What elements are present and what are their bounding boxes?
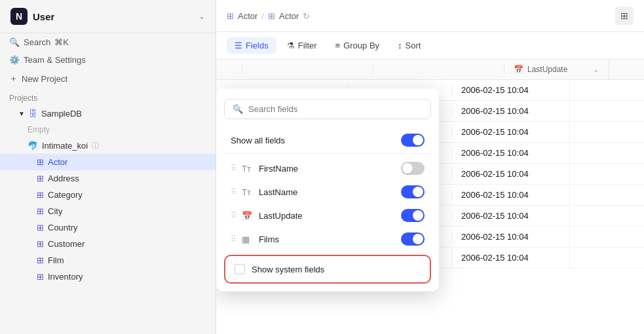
db-small-icon: 🐬: [28, 141, 38, 151]
fields-icon: ☰: [235, 41, 242, 50]
sidebar-item-sampledb[interactable]: ▼ 🗄 SampleDB: [0, 105, 216, 122]
field-type-icon: Tт: [242, 164, 254, 174]
show-all-toggle[interactable]: [401, 134, 425, 147]
field-row-films[interactable]: ⠿ ▦ Films: [224, 227, 431, 251]
project-label: Customer: [48, 239, 85, 249]
group-by-button[interactable]: ≡ Group By: [328, 37, 388, 54]
project-label: City: [48, 206, 62, 216]
team-settings-action[interactable]: ⚙️ Team & Settings: [0, 51, 216, 69]
show-system-fields-row[interactable]: Show system fields: [224, 255, 431, 284]
grid-icon: ⊞: [37, 157, 44, 167]
field-toggle-lastupdate[interactable]: [401, 209, 425, 222]
field-type-icon: ▦: [242, 234, 254, 244]
sidebar-item-category[interactable]: ⊞ Category: [0, 187, 216, 203]
breadcrumb-icon1: ⊞: [227, 11, 234, 21]
project-label: Address: [48, 174, 79, 183]
breadcrumb-sep: /: [261, 11, 264, 21]
main-header: ⊞ Actor / ⊞ Actor ↻ ⊞: [216, 0, 644, 32]
refresh-icon[interactable]: ↻: [303, 11, 310, 21]
cell-date: 2006-02-15 10:04: [452, 164, 570, 184]
sidebar-item-country[interactable]: ⊞ Country: [0, 219, 216, 236]
grid-icon: ⊞: [37, 255, 44, 265]
calendar-icon: 📅: [514, 65, 523, 74]
grid-view-icon: ⊞: [620, 10, 628, 21]
sidebar-header: N User ⌄: [0, 0, 216, 33]
field-name-label: LastUpdate: [259, 211, 396, 221]
field-type-icon: 📅: [242, 211, 254, 221]
toolbar: ☰ Fields ⚗ Filter ≡ Group By ↕ Sort: [216, 32, 644, 60]
breadcrumb-text2: Actor: [279, 11, 299, 21]
project-label: Inventory: [48, 272, 83, 282]
fields-button[interactable]: ☰ Fields: [227, 37, 276, 54]
filter-icon: ⚗: [287, 41, 295, 50]
system-fields-checkbox[interactable]: [235, 264, 245, 274]
app-logo: N: [10, 8, 28, 25]
project-label: SampleDB: [41, 109, 82, 119]
col-header-lastupdate: 📅 LastUpdate ⌄: [504, 60, 609, 79]
breadcrumb-icon2: ⊞: [268, 11, 275, 21]
drag-handle-icon: ⠿: [231, 234, 237, 244]
view-options-button[interactable]: ⊞: [615, 7, 634, 25]
sidebar-item-address[interactable]: ⊞ Address: [0, 170, 216, 187]
info-icon: ⓘ: [92, 141, 99, 151]
field-name-label: Films: [259, 234, 396, 244]
drag-handle-icon: ⠿: [231, 187, 237, 196]
cell-date: 2006-02-15 10:04: [452, 206, 570, 226]
fields-search-input[interactable]: [248, 104, 423, 114]
fields-dropdown: 🔍 Show all fields ⠿ Tт FirstName ⠿ Tт La…: [216, 88, 439, 291]
sidebar-item-actor[interactable]: ⊞ Actor: [0, 154, 216, 170]
project-label: Intimate_koi: [42, 141, 88, 151]
breadcrumb-text1: Actor: [238, 11, 257, 21]
drag-handle-icon: ⠿: [231, 164, 237, 173]
search-icon: 🔍: [9, 37, 20, 47]
field-toggle-films[interactable]: [401, 232, 425, 246]
gear-icon: ⚙️: [9, 55, 20, 65]
sort-button[interactable]: ↕ Sort: [390, 37, 428, 54]
db-icon: 🗄: [29, 109, 37, 119]
table-area: 📅 LastUpdate ⌄ 2006-02-15 10:04 2006-02-…: [216, 60, 644, 334]
cell-date: 2006-02-15 10:04: [452, 101, 570, 121]
system-fields-label: Show system fields: [252, 265, 324, 274]
field-name-label: FirstName: [259, 164, 396, 174]
project-label: Category: [48, 190, 83, 200]
field-name-label: LastName: [259, 187, 396, 197]
sidebar-item-customer[interactable]: ⊞ Customer: [0, 236, 216, 252]
drag-handle-icon: ⠿: [231, 211, 237, 220]
field-row-lastupdate[interactable]: ⠿ 📅 LastUpdate: [224, 204, 431, 227]
field-row-firstname[interactable]: ⠿ Tт FirstName: [224, 157, 431, 180]
filter-button[interactable]: ⚗ Filter: [279, 37, 325, 54]
grid-icon: ⊞: [37, 239, 44, 249]
grid-icon: ⊞: [37, 223, 44, 232]
workspace-title: User: [33, 11, 193, 22]
search-icon: 🔍: [233, 104, 243, 114]
grid-icon: ⊞: [37, 272, 44, 282]
cell-date: 2006-02-15 10:04: [452, 227, 570, 247]
sidebar-item-inventory[interactable]: ⊞ Inventory: [0, 269, 216, 285]
cell-date: 2006-02-15 10:04: [452, 80, 570, 100]
col-sort-icon[interactable]: ⌄: [593, 65, 599, 74]
project-label: Film: [48, 255, 64, 265]
sidebar-item-city[interactable]: ⊞ City: [0, 203, 216, 219]
field-toggle-lastname[interactable]: [401, 185, 425, 198]
fields-search-wrap[interactable]: 🔍: [224, 99, 431, 119]
project-label: Actor: [48, 157, 67, 167]
main-content: ⊞ Actor / ⊞ Actor ↻ ⊞ ☰ Fields ⚗ Filter …: [216, 0, 644, 334]
cell-date: 2006-02-15 10:04: [452, 185, 570, 205]
field-toggle-firstname[interactable]: [401, 162, 425, 175]
grid-icon: ⊞: [37, 174, 44, 183]
field-list: ⠿ Tт FirstName ⠿ Tт LastName ⠿ 📅 LastUpd…: [224, 157, 431, 251]
sort-icon: ↕: [398, 41, 402, 50]
grid-icon: ⊞: [37, 206, 44, 216]
field-row-lastname[interactable]: ⠿ Tт LastName: [224, 180, 431, 204]
table-header-row: 📅 LastUpdate ⌄: [216, 60, 644, 80]
cell-date: 2006-02-15 10:04: [452, 248, 570, 268]
workspace-chevron-icon[interactable]: ⌄: [199, 12, 205, 21]
show-all-label: Show all fields: [231, 136, 285, 145]
show-all-fields-row[interactable]: Show all fields: [224, 127, 431, 154]
sidebar-item-film[interactable]: ⊞ Film: [0, 252, 216, 269]
sidebar-item-intimate-koi[interactable]: 🐬 Intimate_koi ⓘ: [0, 138, 216, 154]
search-action[interactable]: 🔍 Search ⌘K: [0, 33, 216, 51]
empty-label: Empty: [28, 125, 50, 134]
new-project-action[interactable]: ＋ New Project: [0, 69, 216, 88]
sidebar: N User ⌄ 🔍 Search ⌘K ⚙️ Team & Settings …: [0, 0, 216, 334]
